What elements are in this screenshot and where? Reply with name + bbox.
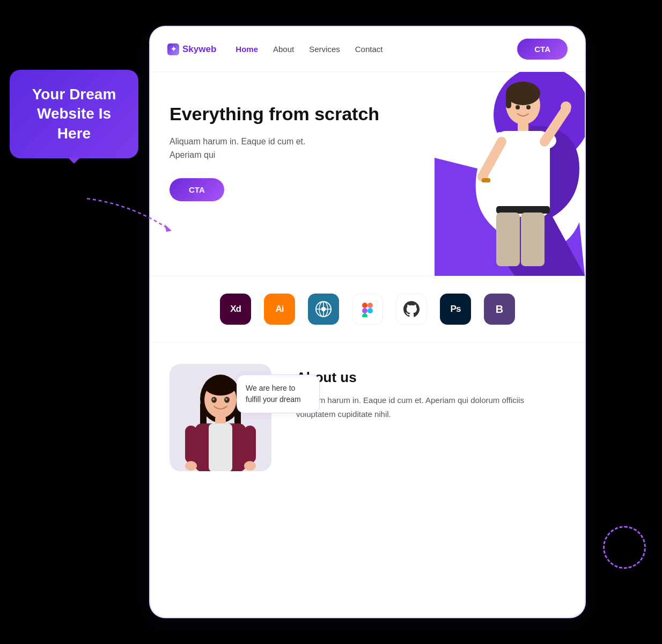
svg-rect-14 <box>496 213 520 266</box>
hero-subtitle: Aliquam harum in. Eaque id cum et. Aperi… <box>170 135 320 162</box>
tool-xd-icon[interactable]: Xd <box>220 294 251 325</box>
svg-point-17 <box>516 105 520 109</box>
figma-logo <box>359 301 376 317</box>
logo: ✦ Skyweb <box>167 43 216 55</box>
about-image-wrap: We are here to fulfill your dream <box>170 364 277 471</box>
logo-text: Skyweb <box>182 44 216 55</box>
svg-rect-25 <box>367 303 373 308</box>
tool-ai-icon[interactable]: Ai <box>264 294 295 325</box>
hero-person <box>461 77 574 270</box>
nav-services[interactable]: Services <box>309 45 340 54</box>
nav-contact[interactable]: Contact <box>355 45 383 54</box>
svg-rect-27 <box>362 313 367 317</box>
about-speech-bubble: We are here to fulfill your dream <box>237 375 320 413</box>
svg-point-39 <box>185 461 197 471</box>
about-title: About us <box>296 369 565 386</box>
svg-point-44 <box>225 398 227 400</box>
svg-rect-15 <box>521 213 545 266</box>
svg-line-9 <box>545 109 566 142</box>
about-text: About us Aliquam harum in. Eaque id cum … <box>296 364 565 421</box>
svg-point-28 <box>367 308 373 313</box>
wordpress-logo <box>315 301 332 318</box>
tool-ps-icon[interactable]: Ps <box>440 294 471 325</box>
dashed-connector <box>82 193 178 236</box>
logo-icon: ✦ <box>167 43 179 55</box>
svg-rect-16 <box>482 178 490 182</box>
dashed-circle-decoration <box>603 526 646 569</box>
svg-rect-24 <box>362 303 367 308</box>
tool-bootstrap-icon[interactable]: B <box>484 294 515 325</box>
dream-tooltip: Your Dream Website Is Here <box>10 70 138 158</box>
navbar: ✦ Skyweb Home About Services Contact CTA <box>150 27 585 72</box>
about-body: Aliquam harum in. Eaque id cum et. Aperi… <box>296 393 565 421</box>
nav-home[interactable]: Home <box>236 45 258 54</box>
about-section: We are here to fulfill your dream About … <box>150 342 585 493</box>
tooltip-text: Your Dream Website Is Here <box>32 86 116 142</box>
svg-rect-4 <box>506 92 511 108</box>
nav-about[interactable]: About <box>273 45 294 54</box>
tools-section: Xd Ai <box>150 276 585 342</box>
tool-figma-icon[interactable] <box>352 294 383 325</box>
hero-image <box>413 72 585 276</box>
nav-links: Home About Services Contact <box>236 45 517 54</box>
svg-rect-38 <box>244 426 256 463</box>
svg-point-10 <box>561 101 571 112</box>
browser-frame: ✦ Skyweb Home About Services Contact CTA… <box>150 27 585 617</box>
svg-marker-0 <box>165 224 172 232</box>
tool-github-icon[interactable] <box>396 294 427 325</box>
about-bubble-text: We are here to fulfill your dream <box>246 384 301 404</box>
hero-section: Everything from scratch Aliquam harum in… <box>150 72 585 276</box>
github-logo <box>402 300 421 318</box>
svg-rect-36 <box>209 423 232 471</box>
nav-cta-button[interactable]: CTA <box>517 39 568 60</box>
svg-point-40 <box>244 461 256 471</box>
svg-rect-37 <box>185 426 197 463</box>
svg-rect-13 <box>496 206 550 214</box>
svg-point-33 <box>204 376 237 396</box>
svg-rect-26 <box>362 308 367 313</box>
tool-wp-icon[interactable] <box>308 294 339 325</box>
svg-point-43 <box>212 398 215 400</box>
svg-point-18 <box>526 105 531 109</box>
